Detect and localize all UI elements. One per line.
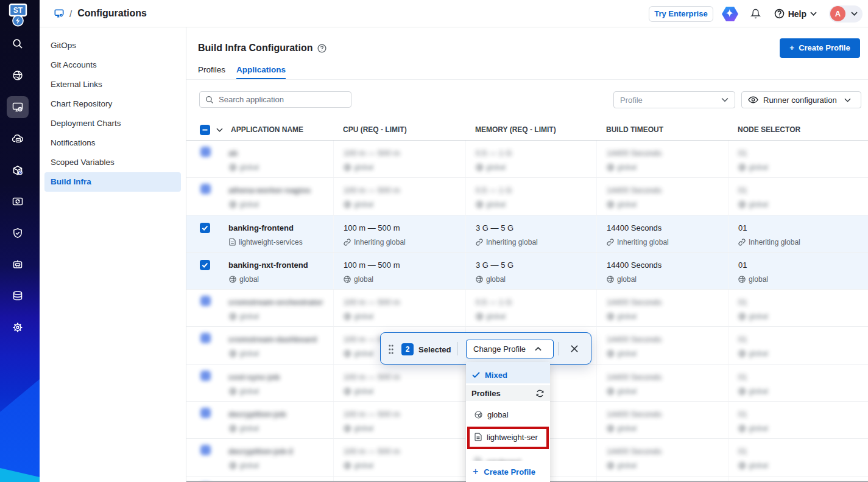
- svg-text:ST: ST: [13, 6, 23, 15]
